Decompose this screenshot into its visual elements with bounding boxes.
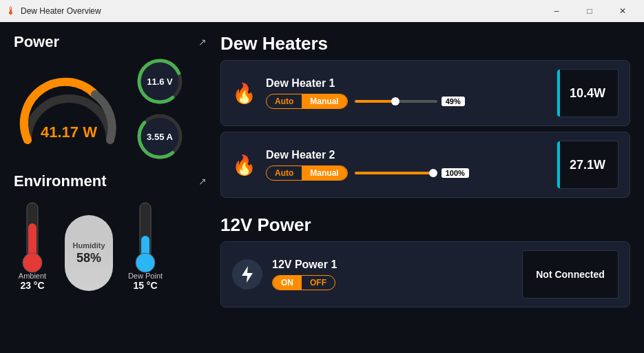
heater-1-manual-btn[interactable]: Manual bbox=[302, 94, 346, 108]
heater-2-power-display: 27.1W bbox=[557, 141, 619, 189]
heater-1-name: Dew Heater 1 bbox=[266, 77, 547, 90]
titlebar-controls: – □ ✕ bbox=[541, 0, 638, 22]
heater-1-info: Dew Heater 1 Auto Manual 49% bbox=[266, 77, 547, 109]
heater-2-manual-btn[interactable]: Manual bbox=[302, 166, 346, 180]
maximize-button[interactable]: □ bbox=[574, 0, 605, 22]
metric-rings: 11.6 V 3.55 A bbox=[135, 57, 185, 161]
voltage-ring: 11.6 V bbox=[135, 57, 185, 106]
heater-1-slider-container: 49% bbox=[355, 97, 547, 106]
dew-heaters-title: Dew Heaters bbox=[220, 33, 630, 54]
power-section: Power ↗ 41.17 W bbox=[14, 33, 207, 161]
left-panel: Power ↗ 41.17 W bbox=[14, 33, 207, 342]
power12v-title: 12V Power bbox=[220, 214, 630, 236]
env-content: Ambient 23 °C Humidity 58% bbox=[14, 196, 207, 291]
svg-marker-10 bbox=[242, 266, 253, 283]
app-title: Dew Heater Overview bbox=[21, 6, 101, 16]
heater-2-slider[interactable] bbox=[355, 172, 437, 174]
flame-icon-2: 🔥 bbox=[232, 154, 256, 176]
heater-1-controls: Auto Manual 49% bbox=[266, 94, 547, 109]
heater-1-power-display: 10.4W bbox=[557, 69, 619, 117]
power-content: 41.17 W 11.6 V bbox=[14, 57, 207, 161]
heater-1-auto-btn[interactable]: Auto bbox=[267, 94, 302, 108]
power12v-off-btn[interactable]: OFF bbox=[302, 276, 335, 290]
main-content: Power ↗ 41.17 W bbox=[0, 22, 644, 353]
titlebar: 🌡 Dew Heater Overview – □ ✕ bbox=[0, 0, 644, 22]
heater-2-auto-btn[interactable]: Auto bbox=[267, 166, 302, 180]
flame-icon-1: 🔥 bbox=[232, 82, 256, 105]
heater-2-power-value: 27.1W bbox=[570, 158, 605, 172]
power-gauge: 41.17 W bbox=[14, 71, 124, 147]
power-value: 41.17 W bbox=[41, 123, 97, 141]
close-button[interactable]: ✕ bbox=[607, 0, 638, 22]
not-connected-status: Not Connected bbox=[536, 269, 605, 280]
dewpoint-value: 15 °C bbox=[128, 280, 163, 291]
power-title: Power bbox=[14, 33, 59, 51]
power-external-link-icon[interactable]: ↗ bbox=[198, 37, 207, 48]
power12v-section: 12V Power 12V Power 1 ON OFF Not Connect… bbox=[220, 214, 630, 307]
amperage-ring: 3.55 A bbox=[135, 112, 185, 161]
minimize-button[interactable]: – bbox=[541, 0, 572, 22]
power12v-1-onoff-toggle[interactable]: ON OFF bbox=[272, 275, 335, 290]
dewpoint-thermo-svg bbox=[127, 196, 164, 279]
humidity-oval: Humidity 58% bbox=[65, 215, 113, 291]
right-panel: Dew Heaters 🔥 Dew Heater 1 Auto Manual 4… bbox=[220, 33, 630, 342]
env-header: Environment ↗ bbox=[14, 172, 207, 190]
heater-1-pct: 49% bbox=[442, 97, 465, 106]
humidity-container: Humidity 58% bbox=[65, 215, 113, 291]
heater-card-1: 🔥 Dew Heater 1 Auto Manual 49% bbox=[220, 60, 630, 126]
environment-section: Environment ↗ Ambient 23 bbox=[14, 172, 207, 291]
svg-point-9 bbox=[136, 253, 155, 272]
humidity-label: Humidity bbox=[72, 241, 105, 250]
voltage-value: 11.6 V bbox=[147, 77, 173, 87]
power12v-on-btn[interactable]: ON bbox=[273, 276, 302, 290]
power12v-card-1: 12V Power 1 ON OFF Not Connected bbox=[220, 241, 630, 307]
not-connected-display: Not Connected bbox=[522, 250, 619, 299]
ambient-thermometer: Ambient 23 °C bbox=[14, 196, 51, 291]
power12v-1-info: 12V Power 1 ON OFF bbox=[272, 259, 512, 290]
app-icon: 🌡 bbox=[6, 5, 17, 17]
titlebar-left: 🌡 Dew Heater Overview bbox=[6, 5, 101, 17]
ambient-thermo-svg bbox=[14, 196, 51, 279]
power12v-1-name: 12V Power 1 bbox=[272, 259, 512, 271]
bolt-icon bbox=[232, 259, 262, 290]
heater-2-controls: Auto Manual 100% bbox=[266, 165, 547, 181]
env-title: Environment bbox=[14, 172, 106, 190]
dewpoint-thermometer: Dew Point 15 °C bbox=[127, 196, 164, 291]
heater-2-mode-toggle[interactable]: Auto Manual bbox=[266, 165, 348, 181]
heater-2-slider-container: 100% bbox=[355, 168, 547, 178]
dewpoint-label: Dew Point bbox=[128, 272, 163, 280]
env-external-link-icon[interactable]: ↗ bbox=[198, 176, 207, 187]
ambient-value: 23 °C bbox=[19, 280, 46, 291]
heater-1-power-value: 10.4W bbox=[570, 86, 605, 101]
heater-2-info: Dew Heater 2 Auto Manual 100% bbox=[266, 149, 547, 181]
amperage-value: 3.55 A bbox=[147, 132, 173, 142]
heater-1-mode-toggle[interactable]: Auto Manual bbox=[266, 94, 348, 109]
heater-2-pct: 100% bbox=[442, 168, 469, 178]
power-header: Power ↗ bbox=[14, 33, 207, 51]
heater-2-name: Dew Heater 2 bbox=[266, 149, 547, 161]
ambient-label: Ambient bbox=[19, 272, 46, 280]
heater-card-2: 🔥 Dew Heater 2 Auto Manual 100% bbox=[220, 132, 630, 198]
svg-point-6 bbox=[23, 253, 42, 272]
humidity-value: 58% bbox=[76, 251, 101, 265]
dew-heaters-section: Dew Heaters 🔥 Dew Heater 1 Auto Manual 4… bbox=[220, 33, 630, 203]
heater-1-slider[interactable] bbox=[355, 100, 437, 103]
